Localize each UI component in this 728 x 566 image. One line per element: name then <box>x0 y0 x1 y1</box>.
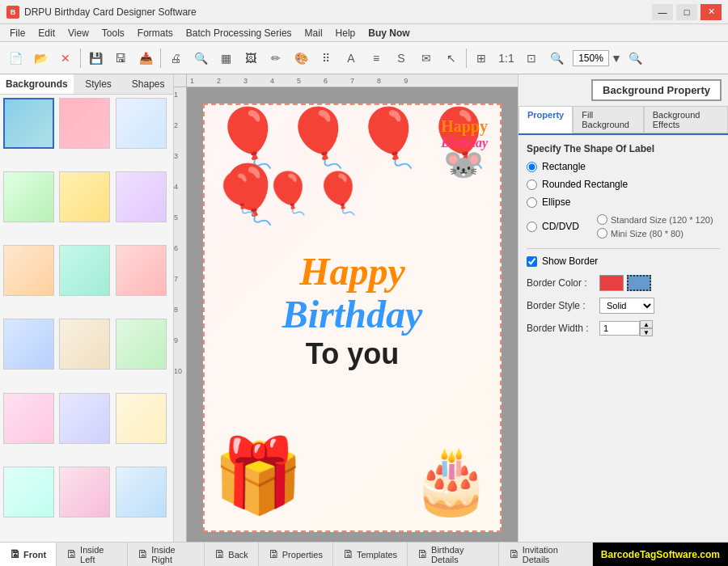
thumb-12[interactable] <box>116 319 167 370</box>
tab-front[interactable]: 🖺 Front <box>0 543 57 566</box>
border-color-swatch-blue[interactable] <box>627 275 651 291</box>
tab-shapes[interactable]: Shapes <box>123 74 173 94</box>
thumb-7[interactable] <box>3 245 54 296</box>
thumb-13[interactable] <box>3 393 54 444</box>
shape-cddvd-label: CD/DVD <box>542 221 579 232</box>
shape-cddvd-radio[interactable] <box>527 222 537 232</box>
save-as-button[interactable]: 🖫 <box>108 46 133 70</box>
thumb-17[interactable] <box>59 467 110 517</box>
thumb-4[interactable] <box>3 171 54 222</box>
cd-mini-radio[interactable] <box>597 228 607 239</box>
symbol-button[interactable]: S <box>389 46 413 70</box>
text-button[interactable]: A <box>339 46 363 70</box>
shape-rounded-label: Rounded Rectangle <box>542 179 628 190</box>
align-button[interactable]: ≡ <box>364 46 388 70</box>
import-button[interactable]: 📥 <box>133 46 158 70</box>
width-up-btn[interactable]: ▲ <box>640 320 653 328</box>
tab-invitation-details[interactable]: 🖺 Invitation Details <box>499 543 593 566</box>
thumb-14[interactable] <box>59 393 110 444</box>
tab-templates[interactable]: 🖺 Templates <box>333 543 408 566</box>
thumb-9[interactable] <box>116 245 167 296</box>
menu-mail[interactable]: Mail <box>298 26 329 40</box>
thumb-2[interactable] <box>59 98 110 149</box>
mickey-icon: 🐭 <box>443 146 484 184</box>
fit-button[interactable]: ⊡ <box>519 46 544 70</box>
thumb-3[interactable] <box>116 98 167 149</box>
thumbnail-grid <box>0 95 173 542</box>
border-style-select[interactable]: Solid Dashed Dotted <box>599 298 654 314</box>
thumb-16[interactable] <box>3 467 54 517</box>
mail-button[interactable]: ✉ <box>414 46 438 70</box>
thumb-5[interactable] <box>59 171 110 222</box>
thumb-18[interactable] <box>116 467 167 517</box>
print-button[interactable]: 🖨 <box>163 46 188 70</box>
new-button[interactable]: 📄 <box>3 46 28 70</box>
menu-tools[interactable]: Tools <box>95 26 131 40</box>
menu-edit[interactable]: Edit <box>32 26 61 40</box>
border-color-swatch-red[interactable] <box>599 275 624 291</box>
zoom-out-btn[interactable]: 🔍 <box>623 46 647 70</box>
toolbar-sep-2 <box>160 49 161 68</box>
gift-decoration: 🎁 <box>213 433 303 518</box>
thumb-15[interactable] <box>116 393 167 444</box>
shape-ellipse-label: Ellipse <box>542 196 570 208</box>
zoom-in-btn[interactable]: 🔍 <box>544 46 569 70</box>
barcode2-button[interactable]: ⠿ <box>314 46 338 70</box>
thumb-6[interactable] <box>116 171 167 222</box>
barcode-button[interactable]: ▦ <box>214 46 238 70</box>
thumb-11[interactable] <box>59 319 110 370</box>
maximize-button[interactable]: □ <box>676 4 697 20</box>
width-down-btn[interactable]: ▼ <box>640 328 653 336</box>
inside-left-icon: 🖺 <box>66 548 77 560</box>
to-you-text: To you <box>205 336 500 371</box>
watermark: BarcodeTagSoftware.com <box>593 543 728 566</box>
tab-property[interactable]: Property <box>518 106 573 133</box>
balloons-lower: 🎈🎈🎈 <box>213 170 363 217</box>
preview-button[interactable]: 🔍 <box>188 46 213 70</box>
tab-back[interactable]: 🖺 Back <box>205 543 258 566</box>
menu-file[interactable]: File <box>3 26 32 40</box>
tab-inside-right[interactable]: 🖺 Inside Right <box>128 543 205 566</box>
tab-inside-left-label: Inside Left <box>80 545 117 564</box>
delete-button[interactable]: ✕ <box>53 46 78 70</box>
tab-properties[interactable]: 🖺 Properties <box>259 543 333 566</box>
menu-batch[interactable]: Batch Processing Series <box>180 26 298 40</box>
image-button[interactable]: 🖼 <box>239 46 263 70</box>
tab-background-effects[interactable]: Background Effects <box>644 106 728 133</box>
menu-help[interactable]: Help <box>329 26 362 40</box>
menu-view[interactable]: View <box>61 26 95 40</box>
tab-inside-left[interactable]: 🖺 Inside Left <box>57 543 128 566</box>
shape-rounded-radio[interactable] <box>527 180 537 190</box>
border-style-row: Border Style : Solid Dashed Dotted <box>527 298 720 314</box>
paint-button[interactable]: 🎨 <box>289 46 313 70</box>
cd-standard-radio[interactable] <box>597 214 607 225</box>
zoom-dropdown[interactable]: ▼ <box>611 46 622 70</box>
tab-fill-background[interactable]: Fill Background <box>573 106 644 133</box>
tab-birthday-details[interactable]: 🖺 Birthday Details <box>408 543 499 566</box>
open-button[interactable]: 📂 <box>28 46 53 70</box>
pointer-button[interactable]: ↖ <box>439 46 463 70</box>
grid-button[interactable]: ⊞ <box>469 46 493 70</box>
menu-buy-now[interactable]: Buy Now <box>362 26 416 40</box>
window-controls: — □ ✕ <box>652 4 722 20</box>
close-button[interactable]: ✕ <box>700 4 722 20</box>
ruler-horizontal: 123456789 <box>187 74 518 87</box>
menu-formats[interactable]: Formats <box>131 26 180 40</box>
save-button[interactable]: 💾 <box>83 46 108 70</box>
thumb-1[interactable] <box>3 98 54 149</box>
show-border-checkbox[interactable] <box>527 256 537 267</box>
tab-styles[interactable]: Styles <box>74 74 124 94</box>
shape-rectangle-radio[interactable] <box>527 162 537 172</box>
border-width-input[interactable] <box>599 321 640 336</box>
ratio-button[interactable]: 1:1 <box>494 46 518 70</box>
pencil-button[interactable]: ✏ <box>264 46 288 70</box>
card-canvas[interactable]: 🎈🎈🎈🎈🎈 🎈🎈🎈 Happy Birthday 🐭 Happy <box>203 103 502 532</box>
thumb-10[interactable] <box>3 319 54 370</box>
shape-label-heading: Specify The Shape Of Label <box>527 143 720 154</box>
shape-ellipse-radio[interactable] <box>527 197 537 208</box>
minimize-button[interactable]: — <box>652 4 673 20</box>
panel-title-button[interactable]: Background Property <box>591 79 722 101</box>
thumb-8[interactable] <box>59 245 110 296</box>
cd-sub-options: Standard Size (120 * 120) Mini Size (80 … <box>597 214 713 239</box>
tab-backgrounds[interactable]: Backgrounds <box>0 74 74 94</box>
